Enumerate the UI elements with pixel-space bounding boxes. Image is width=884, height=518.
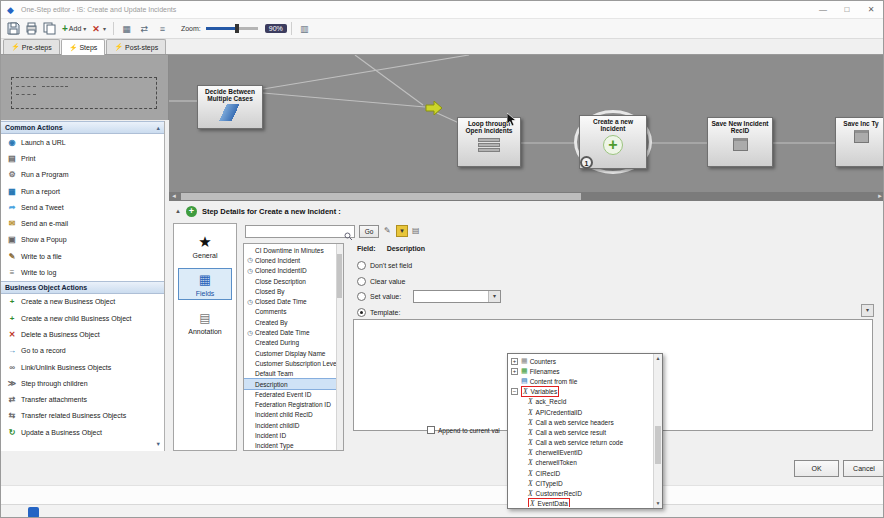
layout-grid-icon[interactable]: ▦ [118, 21, 135, 36]
sidebar-item-transfer-attachments[interactable]: ⇄Transfer attachments [1, 391, 164, 407]
fields-list-scrollbar[interactable] [336, 244, 343, 450]
scroll-down-icon[interactable]: ▼ [654, 499, 662, 508]
close-button[interactable]: ✕ [859, 1, 883, 19]
scroll-right-icon[interactable]: ► [877, 193, 883, 200]
field-item-created-date-time[interactable]: ◷Created Date Time [244, 327, 336, 337]
node-save-new-incident-recid[interactable]: Save New Incident RecID [707, 117, 773, 167]
tree-item-cherwelltoken[interactable]: XcherwellToken [508, 458, 653, 468]
field-item-created-during[interactable]: Created During [244, 338, 336, 348]
node-decide-between-multiple-cases[interactable]: Decide Between Multiple Cases [197, 85, 263, 129]
tree-item-customerrecid[interactable]: XCustomerRecID [508, 488, 653, 498]
tab-post-steps[interactable]: ⚡Post-steps [106, 39, 166, 54]
print-icon[interactable] [23, 21, 40, 36]
chevron-down-icon[interactable]: ▾ [488, 291, 500, 302]
field-item-incident-id[interactable]: Incident ID [244, 430, 336, 440]
nav-general[interactable]: ★ General [178, 231, 232, 261]
field-item-closed-date-time[interactable]: ◷Closed Date Time [244, 296, 336, 306]
plus-expander-icon[interactable]: + [511, 358, 518, 365]
template-insert-dropdown[interactable]: ▾ [861, 304, 874, 317]
field-item-customer-display-name[interactable]: Customer Display Name [244, 348, 336, 358]
sidebar-section-header-common-actions[interactable]: Common Actions▲ [1, 121, 164, 134]
tab-pre-steps[interactable]: ⚡Pre-steps [3, 39, 60, 54]
diagram-horizontal-scrollbar[interactable]: ◄ ► [169, 192, 884, 201]
zoom-slider[interactable] [206, 27, 258, 30]
tree-item-counters[interactable]: +▦Counters [508, 356, 653, 366]
sidebar-item-write-to-a-file[interactable]: ✎Write to a file [1, 248, 164, 264]
tree-item-variables[interactable]: −XVariables [508, 387, 653, 397]
fit-width-icon[interactable]: ⇄ [136, 21, 153, 36]
tree-item-cherwelleventid[interactable]: XcherwellEventID [508, 448, 653, 458]
radio-dont-set-field[interactable] [357, 261, 366, 270]
scroll-left-icon[interactable]: ◄ [171, 193, 177, 200]
field-item-customer-subscription-level[interactable]: Customer Subscription Level [244, 358, 336, 368]
align-icon[interactable]: ≡ [154, 21, 171, 36]
field-item-ci-downtime-in-minutes[interactable]: CI Downtime in Minutes [244, 245, 336, 255]
tree-item-content-from-file[interactable]: ▤Content from file [508, 376, 653, 386]
sidebar-item-print[interactable]: ▤Print [1, 150, 164, 166]
sidebar-item-create-a-new-child-business-object[interactable]: +Create a new child Business Object [1, 310, 164, 326]
append-option[interactable]: Append to current val [427, 426, 500, 434]
option-template[interactable]: Template: [357, 308, 400, 317]
sidebar-item-launch-a-url[interactable]: ◉Launch a URL [1, 134, 164, 150]
tree-item-cirecid[interactable]: XCIRecID [508, 468, 653, 478]
scroll-down-icon[interactable]: ▼ [156, 441, 161, 447]
tree-item-apicredentialid[interactable]: XAPICredentialID [508, 407, 653, 417]
radio-set-value[interactable] [357, 292, 366, 301]
cancel-button[interactable]: Cancel [843, 460, 884, 477]
sidebar-item-run-a-report[interactable]: ▦Run a report [1, 183, 164, 199]
option-set-value[interactable]: Set value: [357, 292, 401, 301]
scrollbar-thumb[interactable] [655, 426, 661, 464]
field-search-input[interactable] [245, 225, 355, 238]
field-item-incident-childid[interactable]: Incident childID [244, 420, 336, 430]
scroll-up-icon[interactable]: ▲ [654, 354, 662, 363]
field-item-federated-event-id[interactable]: Federated Event ID [244, 389, 336, 399]
radio-clear-value[interactable] [357, 277, 366, 286]
tree-item-filenames[interactable]: +▦Filenames [508, 366, 653, 376]
field-item-close-description[interactable]: Close Description [244, 276, 336, 286]
radio-template[interactable] [357, 308, 366, 317]
sidebar-item-go-to-a-record[interactable]: →Go to a record [1, 343, 164, 359]
field-item-description[interactable]: Description [244, 379, 336, 389]
scrollbar-thumb[interactable] [181, 193, 581, 200]
option-clear-value[interactable]: Clear value [357, 277, 405, 286]
sidebar-item-link-unlink-business-objects[interactable]: ∞Link/Unlink Business Objects [1, 359, 164, 375]
field-item-federation-registration-id[interactable]: Federation Registration ID [244, 399, 336, 409]
tab-steps[interactable]: ⚡Steps [61, 39, 106, 55]
form-view-icon[interactable]: ▤ [412, 226, 420, 235]
field-item-closed-by[interactable]: Closed By [244, 286, 336, 296]
sidebar-item-write-to-log[interactable]: ≡Write to log [1, 264, 164, 280]
field-item-cloned-incidentid[interactable]: ◷Cloned IncidentID [244, 266, 336, 276]
sidebar-item-show-a-popup[interactable]: ▣Show a Popup [1, 232, 164, 248]
field-item-default-team[interactable]: Default Team [244, 369, 336, 379]
zoom-slider-thumb[interactable] [235, 24, 239, 33]
field-item-comments[interactable]: Comments [244, 307, 336, 317]
plus-expander-icon[interactable]: + [511, 368, 518, 375]
go-button[interactable]: Go [359, 225, 379, 238]
popup-scrollbar[interactable]: ▲ ▼ [653, 354, 662, 508]
edit-filter-icon[interactable]: ✎ [384, 226, 391, 235]
nav-fields[interactable]: ▦ Fields [178, 268, 232, 300]
sidebar-section-header-business-object-actions[interactable]: Business Object Actions [1, 281, 164, 294]
filter-icon[interactable]: ▼ [396, 225, 408, 237]
scroll-up-icon[interactable]: ▲ [156, 125, 161, 131]
sidebar-item-update-a-business-object[interactable]: ↻Update a Business Object [1, 424, 164, 440]
sidebar-item-send-an-e-mail[interactable]: ✉Send an e-mail [1, 215, 164, 231]
sidebar-item-send-a-tweet[interactable]: ➦Send a Tweet [1, 199, 164, 215]
field-item-created-by[interactable]: Created By [244, 317, 336, 327]
tree-item-ack-recid[interactable]: Xack_RecId [508, 397, 653, 407]
field-item-incident-child-recid[interactable]: Incident child RecID [244, 410, 336, 420]
sidebar-item-delete-a-business-object[interactable]: ✕Delete a Business Object [1, 326, 164, 342]
flowchart-canvas[interactable]: Decide Between Multiple Cases Loop throu… [169, 55, 884, 201]
tree-item-eventdata[interactable]: XEventData [508, 499, 653, 507]
set-value-combo[interactable]: ▾ [413, 290, 501, 303]
sidebar-item-step-through-children[interactable]: ≫Step through children [1, 375, 164, 391]
sidebar-item-create-a-new-business-object[interactable]: +Create a new Business Object [1, 294, 164, 310]
delete-button[interactable]: ✕ ▾ [92, 24, 106, 34]
sidebar-item-transfer-related-business-objects[interactable]: ⇆Transfer related Business Objects [1, 408, 164, 424]
tree-item-citypeid[interactable]: XCITypeID [508, 478, 653, 488]
sidebar-item-run-a-program[interactable]: ⚙Run a Program [1, 167, 164, 183]
option-dont-set-field[interactable]: Don't set field [357, 261, 412, 270]
scrollbar-thumb[interactable] [337, 254, 342, 298]
collapse-panel-icon[interactable]: ▲ [175, 208, 181, 214]
minimize-button[interactable]: — [811, 1, 835, 19]
